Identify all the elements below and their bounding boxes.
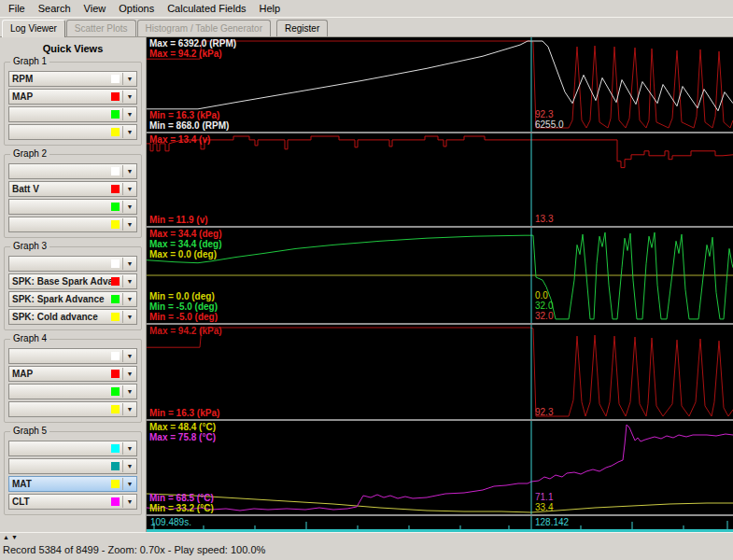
cursor-value: 32.0 bbox=[535, 301, 553, 311]
quick-views-panel: Quick Views Graph 1RPM▼MAP▼▼▼Graph 2▼Bat… bbox=[0, 37, 147, 532]
dropdown-arrow-icon[interactable]: ▼ bbox=[122, 218, 136, 231]
dropdown-arrow-icon[interactable]: ▼ bbox=[122, 183, 136, 195]
menu-file[interactable]: File bbox=[2, 2, 32, 15]
max-label-line: Max = 48.4 (°C) bbox=[149, 422, 216, 432]
min-label-line: Min = 0.0 (deg) bbox=[149, 291, 218, 301]
field-select-2-3[interactable]: ▼ bbox=[8, 199, 137, 215]
dropdown-arrow-icon[interactable]: ▼ bbox=[122, 293, 136, 305]
graph-panel-3[interactable]: Max = 34.4 (deg)Max = 34.4 (deg)Max = 0.… bbox=[147, 226, 733, 323]
dropdown-arrow-icon[interactable]: ▼ bbox=[122, 385, 136, 398]
field-select-1-1[interactable]: RPM▼ bbox=[8, 71, 137, 87]
tab-log-viewer[interactable]: Log Viewer bbox=[2, 20, 65, 37]
field-select-2-2[interactable]: Batt V▼ bbox=[8, 181, 137, 197]
graph-panel-4[interactable]: Max = 94.2 (kPa)Min = 16.3 (kPa)92.3 bbox=[147, 323, 733, 419]
graph-panel-2[interactable]: Max = 13.4 (v)Min = 11.9 (v)13.3 bbox=[147, 132, 733, 226]
menu-calculated-fields[interactable]: Calculated Fields bbox=[161, 2, 252, 15]
register-button[interactable]: Register bbox=[276, 20, 328, 36]
dropdown-arrow-icon[interactable]: ▼ bbox=[122, 496, 136, 508]
min-label: Min = 0.0 (deg)Min = -5.0 (deg)Min = -5.… bbox=[149, 291, 218, 322]
field-select-4-1[interactable]: ▼ bbox=[8, 348, 137, 364]
dropdown-arrow-icon[interactable]: ▼ bbox=[122, 126, 136, 138]
field-select-2-4[interactable]: ▼ bbox=[8, 217, 137, 232]
dropdown-arrow-icon[interactable]: ▼ bbox=[122, 460, 136, 472]
dropdown-arrow-icon[interactable]: ▼ bbox=[122, 311, 136, 323]
dropdown-arrow-icon[interactable]: ▼ bbox=[122, 73, 136, 85]
menu-options[interactable]: Options bbox=[112, 2, 161, 15]
group-label: Graph 5 bbox=[10, 426, 49, 436]
quick-views-group-2: Graph 2▼Batt V▼▼▼ bbox=[4, 154, 142, 238]
max-label-line: Max = 6392.0 (RPM) bbox=[149, 38, 236, 49]
min-label-line: Min = -5.0 (deg) bbox=[149, 312, 218, 322]
status-text: Record 5384 of 8499 - Zoom: 0.70x - Play… bbox=[3, 544, 265, 555]
field-select-3-2[interactable]: SPK: Base Spark Advance▼ bbox=[8, 273, 137, 289]
max-label: Max = 34.4 (deg)Max = 34.4 (deg)Max = 0.… bbox=[149, 229, 222, 259]
field-select-value: SPK: Base Spark Advance bbox=[9, 276, 111, 287]
dropdown-arrow-icon[interactable]: ▼ bbox=[122, 442, 136, 455]
max-label-line: Max = 94.2 (kPa) bbox=[149, 49, 236, 59]
field-select-4-4[interactable]: ▼ bbox=[8, 401, 137, 417]
field-select-1-3[interactable]: ▼ bbox=[8, 106, 137, 122]
dropdown-arrow-icon[interactable]: ▼ bbox=[122, 91, 136, 103]
cursor-value: 13.3 bbox=[535, 214, 553, 224]
max-label: Max = 6392.0 (RPM)Max = 94.2 (kPa) bbox=[149, 38, 236, 59]
dropdown-arrow-icon[interactable]: ▼ bbox=[122, 478, 136, 490]
cursor-value: 32.0 bbox=[535, 311, 553, 321]
color-swatch-icon bbox=[111, 203, 120, 211]
dropdown-arrow-icon[interactable]: ▼ bbox=[122, 275, 136, 287]
min-label: Min = 11.9 (v) bbox=[149, 215, 208, 225]
color-swatch-icon bbox=[111, 352, 120, 360]
menu-view[interactable]: View bbox=[78, 2, 113, 15]
dropdown-arrow-icon[interactable]: ▼ bbox=[122, 403, 136, 415]
dropdown-arrow-icon[interactable]: ▼ bbox=[122, 258, 136, 270]
scroll-up-icon[interactable]: ▲ bbox=[2, 534, 10, 541]
field-select-value: MAT bbox=[9, 479, 111, 489]
field-select-4-2[interactable]: MAP▼ bbox=[8, 366, 137, 382]
quick-views-group-4: Graph 4▼MAP▼▼▼ bbox=[4, 339, 142, 423]
graph-panel-5[interactable]: Max = 48.4 (°C)Max = 75.8 (°C)Min = 68.5… bbox=[147, 419, 733, 514]
cursor-values: 92.3 bbox=[535, 407, 553, 417]
dropdown-arrow-icon[interactable]: ▼ bbox=[122, 350, 136, 362]
dropdown-arrow-icon[interactable]: ▼ bbox=[122, 368, 136, 380]
color-swatch-icon bbox=[111, 185, 120, 193]
timeline[interactable]: 109.489s.128.142 bbox=[147, 514, 733, 532]
cursor-values: 13.3 bbox=[535, 214, 553, 224]
field-select-2-1[interactable]: ▼ bbox=[8, 163, 137, 179]
graph-panel-1[interactable]: Max = 6392.0 (RPM)Max = 94.2 (kPa)Min = … bbox=[147, 37, 733, 132]
min-label: Min = 16.3 (kPa) bbox=[149, 408, 219, 418]
status-bar: Record 5384 of 8499 - Zoom: 0.70x - Play… bbox=[0, 542, 733, 557]
dropdown-arrow-icon[interactable]: ▼ bbox=[122, 201, 136, 213]
field-select-3-4[interactable]: SPK: Cold advance▼ bbox=[8, 309, 137, 325]
max-label: Max = 48.4 (°C)Max = 75.8 (°C) bbox=[149, 422, 216, 442]
field-select-3-3[interactable]: SPK: Spark Advance▼ bbox=[8, 291, 137, 307]
min-label-line: Min = -5.0 (deg) bbox=[149, 301, 218, 312]
field-select-1-4[interactable]: ▼ bbox=[8, 124, 137, 140]
menu-help[interactable]: Help bbox=[253, 2, 288, 15]
graph-area: Max = 6392.0 (RPM)Max = 94.2 (kPa)Min = … bbox=[147, 37, 733, 532]
dropdown-arrow-icon[interactable]: ▼ bbox=[122, 108, 136, 120]
max-label-line: Max = 34.4 (deg) bbox=[149, 229, 222, 239]
scroll-down-icon[interactable]: ▼ bbox=[10, 534, 19, 541]
group-label: Graph 3 bbox=[10, 241, 49, 251]
field-select-value: RPM bbox=[9, 74, 111, 84]
trace-4-1 bbox=[147, 328, 733, 416]
field-select-3-1[interactable]: ▼ bbox=[8, 256, 137, 272]
field-select-value: MAP bbox=[9, 91, 111, 102]
menu-search[interactable]: Search bbox=[32, 2, 78, 15]
tab-histogram-table-generator[interactable]: Histogram / Table Generator bbox=[137, 20, 271, 36]
field-select-value: SPK: Cold advance bbox=[9, 312, 111, 322]
field-select-value: SPK: Spark Advance bbox=[9, 294, 111, 304]
field-select-5-2[interactable]: ▼ bbox=[8, 458, 137, 474]
trace-2-1 bbox=[147, 136, 733, 168]
field-select-4-3[interactable]: ▼ bbox=[8, 384, 137, 399]
color-swatch-icon bbox=[111, 387, 120, 396]
cursor-values: 71.133.4 bbox=[535, 492, 553, 512]
field-select-5-1[interactable]: ▼ bbox=[8, 441, 137, 456]
field-select-1-2[interactable]: MAP▼ bbox=[8, 89, 137, 105]
timeline-cursor-time: 128.142 bbox=[535, 517, 569, 527]
log-viewer-window: File Search View Options Calculated Fiel… bbox=[0, 0, 733, 560]
tab-scatter-plots[interactable]: Scatter Plots bbox=[66, 20, 136, 36]
field-select-5-4[interactable]: CLT▼ bbox=[8, 494, 137, 510]
color-swatch-icon bbox=[111, 405, 120, 413]
field-select-5-3[interactable]: MAT▼ bbox=[8, 476, 137, 492]
dropdown-arrow-icon[interactable]: ▼ bbox=[122, 165, 136, 177]
